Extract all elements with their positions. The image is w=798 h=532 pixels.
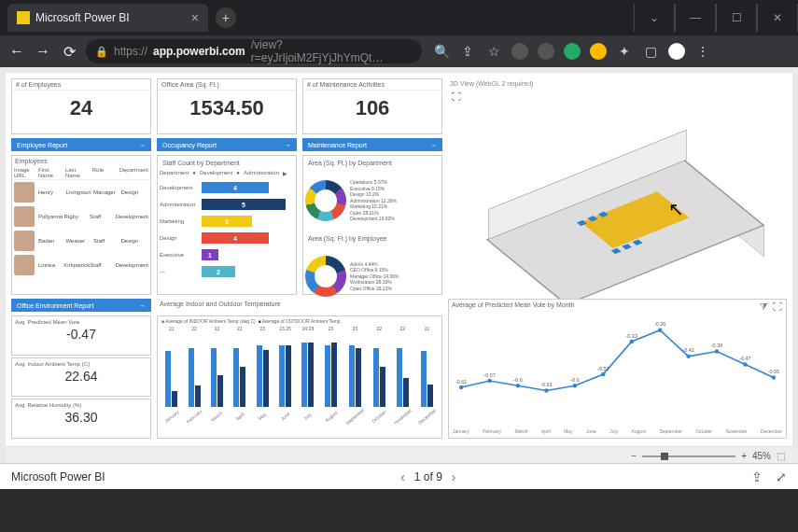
- line-plot: -0.61-0.57-0.6-0.63-0.6-0.53-0.33-0.26-0…: [449, 310, 786, 413]
- scroll-arrow-icon[interactable]: ▶: [283, 170, 287, 176]
- svg-text:-0.33: -0.33: [625, 333, 637, 339]
- address-bar[interactable]: 🔒 https://app.powerbi.com/view?r=eyJrIjo…: [86, 39, 422, 63]
- svg-point-8: [573, 384, 577, 387]
- kpi-maint-label: # of Maintenance Activities: [303, 79, 441, 91]
- 3d-isometric: [467, 116, 768, 286]
- svg-text:-0.39: -0.39: [711, 343, 722, 348]
- col-first: First Name: [38, 167, 65, 178]
- browser-toolbar: ← → ⟳ 🔒 https://app.powerbi.com/view?r=e…: [0, 35, 798, 67]
- occupancy-report-button[interactable]: Occupancy Report→: [157, 138, 297, 151]
- svg-text:-0.63: -0.63: [540, 382, 552, 387]
- extension-icon-4[interactable]: [590, 43, 607, 60]
- window-close-icon[interactable]: ✕: [757, 4, 798, 32]
- col-last: Last Name: [65, 167, 92, 178]
- kpi-employees: # of Employees 24: [11, 78, 151, 134]
- svg-text:-0.61: -0.61: [455, 379, 467, 385]
- forward-button[interactable]: →: [34, 43, 52, 60]
- kpi-area: Office Area (Sq. Ft.) 1534.50: [157, 78, 297, 134]
- staff-title: Staff Count by Department: [160, 158, 294, 168]
- focus-icon[interactable]: ⛶: [773, 301, 782, 313]
- report-canvas: # of Employees 24 Office Area (Sq. Ft.) …: [0, 67, 798, 489]
- lock-icon: 🔒: [95, 46, 108, 58]
- url-host: app.powerbi.com: [153, 45, 245, 58]
- chrome-menu-icon[interactable]: ⋮: [694, 43, 711, 60]
- svg-text:-0.47: -0.47: [739, 356, 750, 361]
- temp-title: Average Indoor and Outdoor Temperature: [157, 299, 442, 312]
- zoom-in-button[interactable]: +: [741, 451, 747, 461]
- table-row[interactable]: LinneaKirkpatrickStaffDevelopment: [12, 253, 150, 277]
- reload-button[interactable]: ⟳: [60, 43, 78, 61]
- env-cards: Avg. Predicted Mean Vote-0.47 Avg. Indoo…: [11, 315, 151, 439]
- kpi-employees-value: 24: [12, 91, 150, 126]
- back-button[interactable]: ←: [7, 43, 26, 60]
- svg-text:-0.53: -0.53: [597, 366, 609, 371]
- svg-point-20: [743, 362, 747, 366]
- next-page-button[interactable]: ›: [452, 469, 456, 484]
- window-minimize-icon[interactable]: —: [675, 4, 716, 32]
- kpi-maint: # of Maintenance Activities 106: [302, 78, 442, 134]
- 3d-view-panel[interactable]: 3D View (WebGL 2 required) ⛶ ↖: [448, 78, 787, 295]
- extension-icon-1[interactable]: [511, 43, 528, 60]
- table-row[interactable]: PollyannaRigbyStaffDevelopment: [12, 204, 150, 229]
- kpi-area-value: 1534.50: [158, 91, 296, 126]
- kpi-area-label: Office Area (Sq. Ft.): [158, 79, 296, 91]
- svg-point-10: [601, 372, 605, 376]
- employee-photo: [14, 206, 35, 227]
- zoom-slider[interactable]: [642, 455, 735, 457]
- employees-table: Employees Image URL First Name Last Name…: [11, 155, 151, 295]
- table-row[interactable]: HenryLivingstonManagerDesign: [12, 180, 150, 204]
- extension-icon-3[interactable]: [564, 43, 581, 60]
- rh-value: 36.30: [15, 408, 147, 427]
- window-maximize-icon[interactable]: ☐: [716, 4, 757, 32]
- powerbi-icon: [17, 11, 30, 24]
- arrow-icon: →: [430, 142, 437, 148]
- zoom-percent: 45%: [752, 451, 771, 461]
- prev-page-button[interactable]: ‹: [400, 469, 405, 484]
- svg-point-2: [487, 379, 491, 383]
- svg-text:-0.55: -0.55: [768, 369, 779, 374]
- svg-text:-0.57: -0.57: [483, 372, 495, 378]
- kpi-employees-label: # of Employees: [12, 79, 150, 91]
- url-path: /view?r=eyJrIjoiM2FjYjJhYmQt…: [251, 38, 413, 64]
- extensions-puzzle-icon[interactable]: ✦: [616, 43, 633, 60]
- table-row[interactable]: BadenWeaverStaffDesign: [12, 229, 150, 253]
- page-indicator: 1 of 9: [414, 470, 442, 483]
- window-dropdown-icon[interactable]: ⌄: [634, 4, 675, 32]
- 3d-view-header: 3D View (WebGL 2 required): [448, 78, 787, 89]
- fit-page-icon[interactable]: ⬚: [777, 451, 785, 461]
- arrow-icon: →: [285, 142, 291, 148]
- office-env-report-button[interactable]: Office Environment Report→: [11, 299, 151, 312]
- tab-overview-icon[interactable]: ▢: [642, 43, 659, 60]
- bookmark-icon[interactable]: ☆: [485, 43, 502, 60]
- tab-close-icon[interactable]: ×: [191, 10, 199, 25]
- fullscreen-icon[interactable]: ⤢: [776, 469, 787, 484]
- donut2-title: Area (Sq. Ft.) by Employee: [305, 233, 440, 244]
- profile-avatar[interactable]: [668, 43, 685, 60]
- donut1-title: Area (Sq. Ft.) by Department: [305, 158, 440, 168]
- area-donuts: Area (Sq. Ft.) by Department Operations …: [302, 155, 442, 295]
- employee-report-button[interactable]: Employee Report→: [11, 138, 151, 151]
- svg-text:-0.26: -0.26: [654, 321, 665, 327]
- col-dept: Department: [119, 167, 148, 178]
- maintenance-report-button[interactable]: Maintenance Report→: [302, 138, 442, 151]
- expand-icon[interactable]: ⛶: [452, 91, 461, 102]
- filter-icon[interactable]: ⧩: [760, 301, 767, 313]
- pmv-value: -0.47: [15, 325, 147, 343]
- browser-tab[interactable]: Microsoft Power BI ×: [7, 4, 208, 32]
- staff-count-chart: Staff Count by Department Department ●De…: [157, 155, 297, 295]
- svg-point-18: [715, 349, 719, 353]
- search-icon[interactable]: 🔍: [433, 43, 450, 60]
- extension-icon-2[interactable]: [538, 43, 554, 60]
- line-title: Average of Predicted Mean Vote by Month: [449, 300, 786, 310]
- zoom-out-button[interactable]: −: [631, 451, 637, 461]
- share-icon[interactable]: ⇪: [459, 43, 476, 60]
- browser-titlebar: Microsoft Power BI × + ⌄ — ☐ ✕: [0, 0, 798, 35]
- svg-text:-0.6: -0.6: [570, 377, 579, 383]
- powerbi-title: Microsoft Power BI: [11, 470, 105, 483]
- new-tab-button[interactable]: +: [216, 7, 236, 28]
- url-prefix: https://: [114, 45, 147, 58]
- donut-dept: [305, 180, 346, 221]
- employee-photo: [14, 182, 35, 203]
- svg-point-14: [658, 329, 662, 332]
- share-report-icon[interactable]: ⇪: [751, 469, 763, 484]
